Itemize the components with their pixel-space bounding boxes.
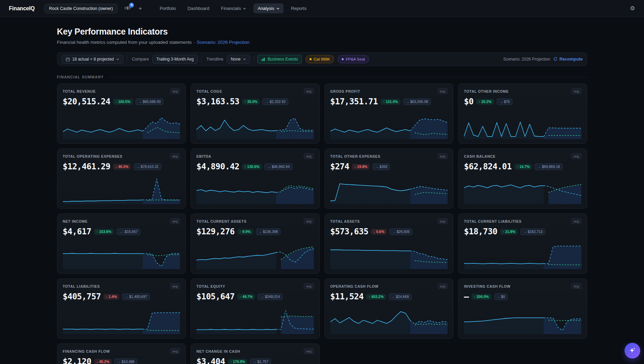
kpi-value-row: — ↑200.0% →$0 bbox=[464, 292, 581, 301]
kpi-compare-badge: →$182,713 bbox=[520, 229, 545, 235]
kpi-value-row: $573,635 ↓0.6% →$26,605 bbox=[330, 227, 448, 236]
compare-arrow-icon: → bbox=[267, 165, 271, 169]
kpi-value-row: $4,890.42 ↑130.6% →$46,960.94 bbox=[196, 162, 314, 171]
avg-badge: avg bbox=[170, 218, 180, 224]
kpi-value-row: $18,730 ↑21.8% →$182,713 bbox=[464, 227, 581, 236]
business-events-toggle[interactable]: Business Events bbox=[257, 55, 302, 64]
nav-item-analysis[interactable]: Analysis bbox=[254, 3, 283, 13]
nav-item-reports[interactable]: Reports bbox=[287, 3, 311, 13]
kpi-value-row: $3,163.53 ↑35.0% →$2,322.92 bbox=[196, 97, 314, 106]
compare-selector[interactable]: Trailing 3-Month Avg bbox=[152, 55, 198, 64]
kpi-card-header: CASH BALANCE avg bbox=[464, 153, 581, 159]
kpi-value: $405,757 bbox=[63, 292, 101, 301]
kpi-value: $274 bbox=[330, 162, 350, 171]
avg-badge: avg bbox=[438, 218, 448, 224]
avg-badge: avg bbox=[571, 283, 581, 289]
section-label: FINANCIAL SUMMARY bbox=[57, 75, 104, 79]
section-header: FINANCIAL SUMMARY bbox=[57, 75, 587, 79]
kpi-compare-badge: →$392 bbox=[372, 164, 390, 170]
kpi-value: $0 bbox=[464, 97, 474, 106]
company-selector[interactable]: Rock Castle Construction (owner) bbox=[44, 4, 118, 13]
kpi-change-badge: ↑130.6% bbox=[242, 164, 262, 170]
nav-item-portfolio[interactable]: Portfolio bbox=[155, 3, 180, 13]
nav-item-dashboard[interactable]: Dashboard bbox=[183, 3, 214, 13]
compare-arrow-icon: → bbox=[119, 230, 123, 234]
change-arrow-icon: ↑ bbox=[245, 165, 246, 169]
page-subtitle: Financial health metrics computed from y… bbox=[57, 40, 587, 45]
nav-item-financials[interactable]: Financials bbox=[217, 3, 250, 13]
change-arrow-icon: ↑ bbox=[474, 295, 476, 299]
trendline-label: Trendline bbox=[206, 57, 223, 62]
kpi-card: TOTAL CURRENT ASSETS avg $129,276 ↑9.9% … bbox=[191, 213, 320, 274]
chevron-down-icon bbox=[243, 58, 246, 60]
kpi-card: INVESTING CASH FLOW avg — ↑200.0% →$0 bbox=[458, 278, 587, 339]
kpi-value-row: $20,515.24 ↑100.5% →$65,588.00 bbox=[63, 97, 180, 106]
change-arrow-icon: ↑ bbox=[230, 360, 232, 364]
kpi-compare-badge: →$78,610.31 bbox=[134, 164, 162, 170]
kpi-value-row: $2,120 ↓45.2% →$10,486 bbox=[63, 357, 180, 364]
kpi-change-badge: ↑35.0% bbox=[242, 99, 260, 105]
kpi-card-header: FINANCING CASH FLOW avg bbox=[63, 348, 180, 354]
change-arrow-icon: ↑ bbox=[240, 230, 242, 234]
period-selector[interactable]: 18 actual + 8 projected bbox=[61, 55, 124, 64]
cat-badge: Cat 988K bbox=[305, 55, 334, 63]
add-button[interactable]: + bbox=[137, 4, 143, 13]
kpi-value: $4,617 bbox=[63, 227, 92, 236]
compare-label: Compare bbox=[132, 57, 149, 62]
kpi-card: FINANCING CASH FLOW avg $2,120 ↓45.2% →$… bbox=[57, 343, 186, 364]
kpi-change-badge: ↓19.8% bbox=[352, 164, 370, 170]
watch-button[interactable]: 9 bbox=[124, 5, 131, 12]
kpi-title: TOTAL EQUITY bbox=[196, 284, 225, 288]
kpi-card-header: GROSS PROFIT avg bbox=[330, 88, 448, 94]
section-divider bbox=[109, 77, 587, 77]
kpi-title: TOTAL CURRENT LIABILITIES bbox=[464, 219, 522, 223]
top-nav: FinanceIQ Rock Castle Construction (owne… bbox=[0, 0, 644, 17]
kpi-card-header: NET CHANGE IN CASH avg bbox=[196, 348, 314, 354]
toolbar-divider bbox=[201, 56, 202, 63]
kpi-card: TOTAL OTHER EXPENSES avg $274 ↓19.8% →$3… bbox=[325, 148, 454, 209]
kpi-value: $129,276 bbox=[196, 227, 235, 236]
assistant-fab[interactable] bbox=[625, 343, 640, 359]
chevron-down-icon bbox=[116, 58, 119, 60]
kpi-card-header: TOTAL CURRENT LIABILITIES avg bbox=[464, 218, 581, 224]
compare-arrow-icon: → bbox=[523, 230, 526, 234]
amber-dot-icon bbox=[310, 58, 312, 60]
kpi-title: TOTAL OTHER EXPENSES bbox=[330, 154, 381, 158]
kpi-value-row: $62,824.01 ↑14.7% →$69,869.18 bbox=[464, 162, 581, 171]
toolbar-divider bbox=[127, 56, 127, 63]
recompute-button[interactable]: Recompute bbox=[553, 57, 583, 62]
kpi-value: $17,351.71 bbox=[330, 97, 378, 106]
kpi-sparkline bbox=[464, 174, 581, 204]
kpi-change-badge: ↑9.9% bbox=[237, 229, 253, 235]
kpi-title: CASH BALANCE bbox=[464, 154, 495, 158]
kpi-value: $12,461.29 bbox=[63, 162, 111, 171]
kpi-change-badge: ↑21.8% bbox=[500, 229, 518, 235]
kpi-value: $573,635 bbox=[330, 227, 369, 236]
scenario-link[interactable]: Scenario: 2026 Projection bbox=[197, 40, 250, 45]
kpi-grid: TOTAL REVENUE avg $20,515.24 ↑100.5% →$6… bbox=[57, 83, 587, 364]
kpi-title: TOTAL ASSETS bbox=[330, 219, 360, 223]
kpi-change-badge: ↓1.4% bbox=[104, 294, 119, 300]
avg-badge: avg bbox=[571, 218, 581, 224]
kpi-value-row: $0 ↑20.2% →$70 bbox=[464, 97, 581, 106]
kpi-card: TOTAL LIABILITIES avg $405,757 ↓1.4% →$1… bbox=[57, 278, 186, 339]
kpi-sparkline bbox=[464, 109, 581, 139]
brand-logo[interactable]: FinanceIQ bbox=[9, 5, 35, 12]
kpi-change-badge: ↓0.6% bbox=[371, 229, 387, 235]
toolbar-divider bbox=[254, 56, 254, 63]
avg-badge: avg bbox=[304, 283, 314, 289]
kpi-sparkline bbox=[196, 109, 314, 139]
settings-gear-icon[interactable]: ⚙ bbox=[630, 5, 635, 11]
subtitle-separator: · bbox=[193, 40, 195, 45]
avg-badge: avg bbox=[438, 88, 448, 94]
compare-arrow-icon: → bbox=[253, 360, 256, 364]
kpi-value: $4,890.42 bbox=[196, 162, 239, 171]
trendline-select[interactable]: None bbox=[227, 55, 250, 64]
kpi-value-row: $405,757 ↓1.4% →$1,400,697 bbox=[63, 292, 180, 301]
avg-badge: avg bbox=[304, 88, 314, 94]
kpi-compare-badge: →$10,486 bbox=[114, 359, 137, 364]
kpi-card: TOTAL OTHER INCOME avg $0 ↑20.2% →$70 bbox=[458, 83, 587, 144]
kpi-card: TOTAL CURRENT LIABILITIES avg $18,730 ↑2… bbox=[458, 213, 587, 274]
avg-badge: avg bbox=[438, 153, 448, 159]
kpi-value: $3,404 bbox=[196, 357, 225, 364]
